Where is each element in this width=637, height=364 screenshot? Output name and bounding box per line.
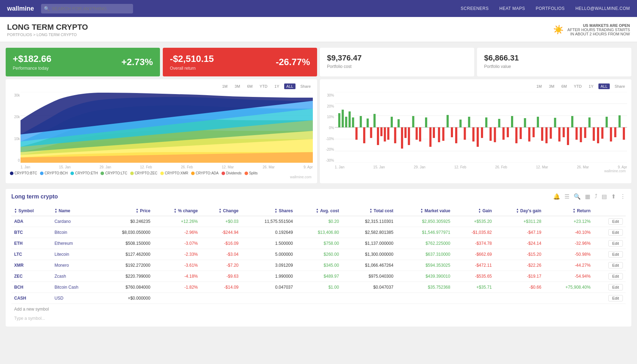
svg-rect-51 <box>438 127 440 142</box>
filter-3m-right[interactable]: 3M <box>547 83 556 89</box>
filter-3m-left[interactable]: 3M <box>233 83 242 89</box>
cell-edit[interactable]: Edit <box>593 227 626 238</box>
cell-edit[interactable]: Edit <box>593 249 626 260</box>
col-price[interactable]: ▲▼ Price <box>99 204 153 216</box>
cell-symbol[interactable]: ZEC <box>11 271 52 282</box>
cell-market-value: $1,546.977971 <box>396 227 453 238</box>
type-symbol[interactable]: Type a symbol... <box>11 314 626 322</box>
col-pct-change[interactable]: ▲▼ % change <box>153 204 201 216</box>
col-days-gain[interactable]: ▲▼ Day's gain <box>495 204 544 216</box>
nav-portfolios[interactable]: PORTFOLIOS <box>536 6 565 11</box>
filter-1m-right[interactable]: 1M <box>534 83 544 89</box>
add-symbol[interactable]: Add a new symbol <box>11 304 626 314</box>
cell-name[interactable]: Bitcoin Cash <box>52 282 99 293</box>
legend-eth: CRYPTO:ETH <box>70 171 98 175</box>
cell-pct-change: -3.07% <box>153 238 201 249</box>
col-symbol[interactable]: ▲▼ Symbol <box>11 204 52 216</box>
cell-symbol[interactable]: XMR <box>11 260 52 271</box>
more-icon[interactable]: ⋮ <box>620 193 626 200</box>
filter-all-left[interactable]: ALL <box>284 83 295 89</box>
svg-rect-54 <box>455 127 457 143</box>
export-icon[interactable]: ⤴ <box>595 193 597 200</box>
cell-name[interactable]: USD <box>52 293 99 304</box>
svg-rect-37 <box>363 127 365 143</box>
cell-avg-cost <box>296 293 342 304</box>
cell-edit[interactable]: Edit <box>593 293 626 304</box>
col-market-value[interactable]: ▲▼ Market value <box>396 204 453 216</box>
col-name[interactable]: ▲▼ Name <box>52 204 99 216</box>
cell-name[interactable]: Ethereum <box>52 238 99 249</box>
filter-icon[interactable]: ☰ <box>564 193 569 200</box>
col-gain[interactable]: ▲▼ Gain <box>453 204 494 216</box>
share-right[interactable]: Share <box>613 83 627 89</box>
cell-symbol[interactable]: BTC <box>11 227 52 238</box>
search-table-icon[interactable]: 🔍 <box>574 193 581 200</box>
edit-button[interactable]: Edit <box>608 295 623 301</box>
share-table-icon[interactable]: ⬆ <box>611 193 616 200</box>
cell-gain <box>453 293 494 304</box>
filter-6m-left[interactable]: 6M <box>245 83 254 89</box>
cell-avg-cost: $1.00 <box>296 282 342 293</box>
area-chart-wrap: 30k 20k 10k 0 <box>10 92 313 164</box>
nav-heatmaps[interactable]: HEAT MAPS <box>499 6 525 11</box>
table-icon-row: 🔔 ☰ 🔍 ▦ ⤴ ▤ ⬆ ⋮ <box>553 193 626 200</box>
col-total-cost[interactable]: ▲▼ Total cost <box>342 204 396 216</box>
cell-avg-cost: $260.00 <box>296 249 342 260</box>
cell-edit[interactable]: Edit <box>593 238 626 249</box>
filter-6m-right[interactable]: 6M <box>559 83 569 89</box>
edit-button[interactable]: Edit <box>608 229 623 236</box>
edit-button[interactable]: Edit <box>608 262 623 268</box>
filter-all-right[interactable]: ALL <box>598 83 610 89</box>
cell-symbol[interactable]: LTC <box>11 249 52 260</box>
edit-button[interactable]: Edit <box>608 218 623 225</box>
cell-days-gain: -$15.20 <box>495 249 544 260</box>
legend-xmr: CRYPTO:XMR <box>160 171 188 175</box>
filter-ytd-left[interactable]: YTD <box>258 83 270 89</box>
cell-return: -44.27% <box>544 260 593 271</box>
overall-pct: -26.77% <box>276 57 310 68</box>
svg-rect-63 <box>515 127 517 143</box>
bell-icon[interactable]: 🔔 <box>553 193 560 200</box>
cell-symbol[interactable]: BCH <box>11 282 52 293</box>
cell-days-gain: -$19.17 <box>495 271 544 282</box>
cell-symbol[interactable]: ETH <box>11 238 52 249</box>
edit-button[interactable]: Edit <box>608 284 623 290</box>
cell-edit[interactable]: Edit <box>593 282 626 293</box>
edit-button[interactable]: Edit <box>608 240 623 247</box>
col-change[interactable]: ▲▼ Change <box>201 204 241 216</box>
cell-edit[interactable]: Edit <box>593 216 626 227</box>
cell-total-cost: $1,066.467264 <box>342 260 396 271</box>
svg-rect-36 <box>355 127 357 140</box>
col-shares[interactable]: ▲▼ Shares <box>241 204 296 216</box>
svg-rect-60 <box>494 127 496 142</box>
share-left[interactable]: Share <box>298 83 313 89</box>
cell-edit[interactable]: Edit <box>593 260 626 271</box>
cell-symbol[interactable]: CASH <box>11 293 52 304</box>
col-avg-cost[interactable]: ▲▼ Avg. cost <box>296 204 342 216</box>
filter-1y-left[interactable]: 1Y <box>272 83 281 89</box>
svg-rect-77 <box>597 127 599 143</box>
cell-name[interactable]: Zcash <box>52 271 99 282</box>
filter-1m-left[interactable]: 1M <box>220 83 230 89</box>
cell-name[interactable]: Litecoin <box>52 249 99 260</box>
nav-account[interactable]: HELLO@WALLMINE.COM <box>575 6 630 11</box>
legend-dot-zec <box>130 172 134 175</box>
cell-name[interactable]: Bitcoin <box>52 227 99 238</box>
filter-ytd-right[interactable]: YTD <box>572 83 584 89</box>
chart-left-controls: 1M 3M 6M YTD 1Y ALL Share <box>10 83 313 89</box>
cell-symbol[interactable]: ADA <box>11 216 52 227</box>
table-row: XMR Monero $192.272000 -3.61% -$7.20 3.0… <box>11 260 626 271</box>
nav-screeners[interactable]: SCREENERS <box>461 6 489 11</box>
cell-edit[interactable]: Edit <box>593 271 626 282</box>
col-return[interactable]: ▲▼ Return <box>544 204 593 216</box>
svg-rect-25 <box>468 117 470 127</box>
cell-name[interactable]: Monero <box>52 260 99 271</box>
filter-1y-right[interactable]: 1Y <box>587 83 596 89</box>
search-input[interactable] <box>41 4 133 13</box>
columns-icon[interactable]: ▦ <box>585 193 590 200</box>
edit-button[interactable]: Edit <box>608 273 623 279</box>
grid-icon[interactable]: ▤ <box>602 193 607 200</box>
edit-button[interactable]: Edit <box>608 251 623 258</box>
cell-name[interactable]: Cardano <box>52 216 99 227</box>
portfolio-cost-label: Portfolio cost <box>327 64 467 69</box>
